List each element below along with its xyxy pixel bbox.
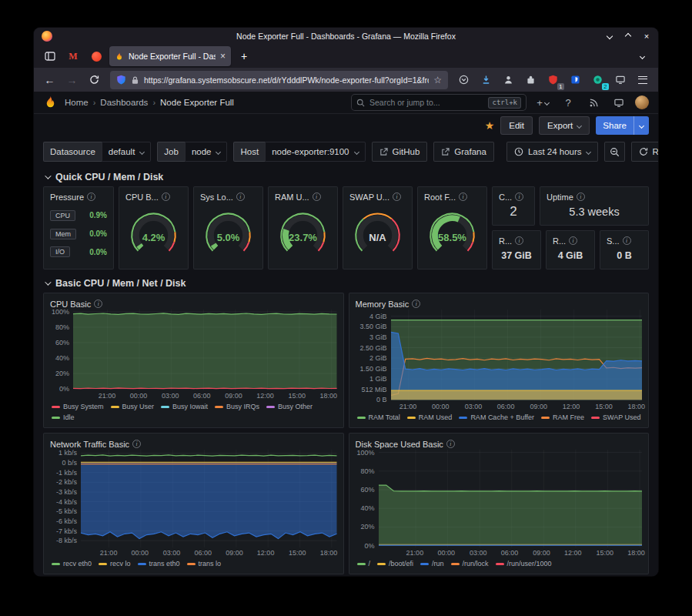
var-job-value[interactable]: node [185, 142, 228, 162]
pinned-tab-gmail[interactable]: M [63, 47, 83, 65]
downloads-button[interactable] [476, 70, 496, 89]
section-basic-cpu-mem-net-disk[interactable]: Basic CPU / Mem / Net / Disk [43, 274, 649, 293]
add-button[interactable]: + [533, 93, 552, 112]
section-quick-cpu-mem-disk[interactable]: Quick CPU / Mem / Disk [43, 168, 649, 186]
legend-item[interactable]: Busy System [52, 402, 104, 412]
panel-title[interactable]: C...i [499, 191, 528, 203]
info-icon[interactable]: i [132, 440, 141, 448]
panel-title[interactable]: CPU B...i [125, 191, 182, 203]
legend-item[interactable]: /boot/efi [377, 559, 413, 569]
url-bar[interactable]: https://grafana.systemsobscure.net/d/rYd… [110, 71, 448, 89]
grafana-link-button[interactable]: Grafana [433, 142, 494, 162]
menu-button[interactable] [632, 70, 653, 89]
window-minimize-button[interactable] [604, 30, 615, 42]
legend-item[interactable]: trans eth0 [138, 559, 180, 569]
share-button[interactable]: Share [596, 116, 649, 135]
info-icon[interactable]: i [515, 236, 523, 245]
legend-item[interactable]: recv lo [99, 559, 131, 569]
breadcrumb-dashboards[interactable]: Dashboards [100, 98, 148, 107]
info-icon[interactable]: i [412, 300, 420, 308]
bookmark-star-icon[interactable]: ☆ [433, 75, 442, 85]
active-tab[interactable]: Node Exporter Full - Dashbo × [109, 46, 231, 66]
back-button[interactable]: ← [39, 70, 60, 89]
search-input[interactable]: Search or jump to... ctrl+k [351, 94, 527, 111]
legend-item[interactable]: Busy IRQs [215, 402, 259, 412]
password-manager-button[interactable] [565, 70, 586, 89]
panel-title[interactable]: Sys Lo...i [200, 191, 256, 203]
zoom-out-button[interactable] [604, 142, 625, 162]
pocket-button[interactable] [453, 70, 474, 89]
info-icon[interactable]: i [446, 440, 455, 448]
panel-title[interactable]: CPU Basici [50, 298, 337, 310]
pinned-tab-reddit[interactable] [86, 47, 106, 65]
time-range-picker[interactable]: Last 24 hours [506, 142, 598, 162]
firefox-view-button[interactable] [40, 47, 60, 65]
panel-title[interactable]: SWAP U...i [349, 191, 406, 203]
breadcrumb-home[interactable]: Home [65, 98, 89, 107]
legend-item[interactable]: Busy User [111, 402, 155, 412]
lock-icon[interactable] [131, 75, 139, 85]
panel-title[interactable]: Pressurei [50, 191, 107, 203]
help-button[interactable]: ? [559, 93, 577, 112]
panel-title[interactable]: Root F...i [424, 191, 480, 203]
panel-title[interactable]: Network Traffic Basici [50, 438, 337, 450]
legend-item[interactable]: trans lo [187, 559, 222, 569]
info-icon[interactable]: i [87, 192, 95, 201]
panel-title[interactable]: Uptimei [547, 191, 642, 203]
info-icon[interactable]: i [313, 192, 321, 201]
info-icon[interactable]: i [623, 236, 631, 245]
tracking-protection-icon[interactable] [116, 75, 126, 85]
new-tab-button[interactable]: + [234, 47, 254, 65]
export-button[interactable]: Export [539, 116, 590, 135]
tab-close-icon[interactable]: × [220, 52, 226, 61]
news-button[interactable] [584, 93, 603, 112]
info-icon[interactable]: i [577, 192, 585, 201]
refresh-button[interactable]: Refresh [632, 142, 658, 161]
edit-button[interactable]: Edit [500, 116, 533, 135]
info-icon[interactable]: i [162, 192, 170, 201]
container-extension-button[interactable]: 2 [587, 70, 608, 89]
legend-item[interactable]: / [357, 559, 371, 569]
adblocker-button[interactable]: 1 [543, 70, 563, 89]
window-maximize-button[interactable] [623, 30, 633, 42]
grafana-logo-icon[interactable] [43, 95, 58, 110]
favorite-star-icon[interactable]: ★ [485, 119, 495, 132]
panel-title[interactable]: RAM U...i [275, 191, 331, 203]
user-avatar[interactable] [635, 95, 649, 109]
legend-item[interactable]: SWAP Used [591, 413, 641, 423]
info-icon[interactable]: i [236, 192, 245, 201]
legend-item[interactable]: Busy Iowait [161, 402, 208, 412]
panel-title[interactable]: Memory Basici [356, 298, 643, 310]
window-close-button[interactable]: × [641, 30, 652, 42]
forward-button[interactable]: → [62, 70, 82, 89]
legend-item[interactable]: Idle [52, 413, 75, 423]
legend-item[interactable]: /run [420, 559, 444, 569]
extensions-button[interactable] [520, 70, 541, 89]
legend-item[interactable]: /run/user/1000 [496, 559, 552, 569]
share-dropdown-icon[interactable] [634, 124, 649, 128]
legend-item[interactable]: Busy Other [266, 402, 313, 412]
account-button[interactable] [498, 70, 519, 89]
kiosk-button[interactable] [610, 93, 628, 112]
panel-title[interactable]: S...i [607, 235, 642, 246]
legend-item[interactable]: /run/lock [451, 559, 489, 569]
list-tabs-button[interactable] [632, 47, 652, 65]
var-datasource-value[interactable]: default [102, 142, 152, 162]
info-icon[interactable]: i [459, 192, 467, 201]
panel-title[interactable]: R...i [499, 235, 534, 246]
panel-title[interactable]: R...i [553, 235, 588, 246]
window-titlebar[interactable]: Node Exporter Full - Dashboards - Grafan… [34, 28, 658, 45]
reload-button[interactable] [84, 70, 105, 89]
info-icon[interactable]: i [94, 300, 102, 308]
github-link-button[interactable]: GitHub [372, 142, 428, 162]
legend-item[interactable]: RAM Free [541, 413, 584, 423]
legend-item[interactable]: recv eth0 [52, 559, 92, 569]
display-button[interactable] [610, 70, 630, 89]
var-host-value[interactable]: node-exporter:9100 [265, 142, 365, 162]
legend-item[interactable]: RAM Cache + Buffer [459, 413, 534, 423]
legend-item[interactable]: RAM Total [357, 413, 400, 423]
panel-title[interactable]: Disk Space Used Basici [356, 438, 643, 450]
info-icon[interactable]: i [515, 192, 523, 201]
info-icon[interactable]: i [569, 236, 577, 245]
legend-item[interactable]: RAM Used [407, 413, 453, 423]
